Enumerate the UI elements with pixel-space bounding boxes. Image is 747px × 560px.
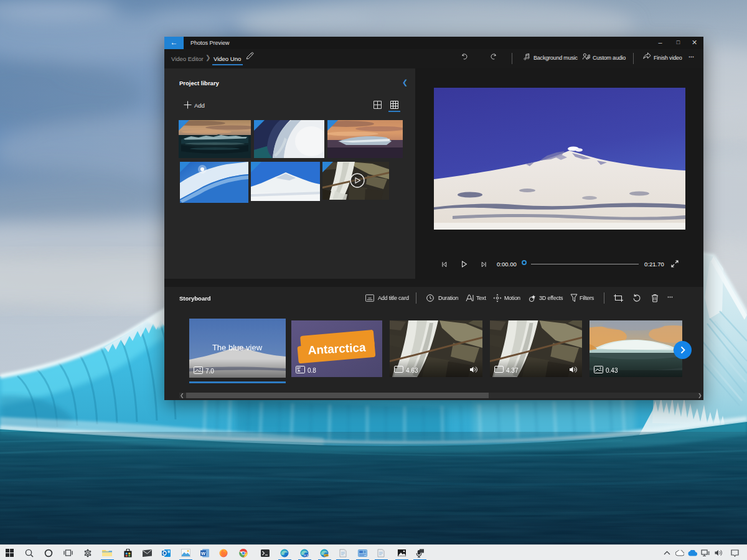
svg-text:W: W bbox=[201, 550, 206, 556]
svg-text:BETA: BETA bbox=[304, 554, 309, 556]
svg-text:CAN: CAN bbox=[324, 554, 328, 556]
svg-text:The blue view: The blue view bbox=[212, 343, 263, 352]
